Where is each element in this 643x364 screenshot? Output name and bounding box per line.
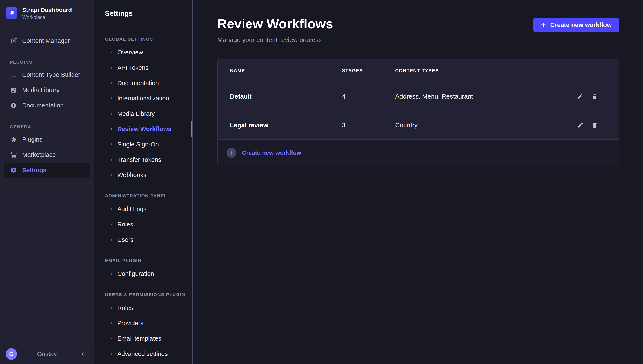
active-indicator xyxy=(191,121,193,137)
subnav-divider xyxy=(105,26,124,26)
sidebar-item-label: Documentation xyxy=(22,102,64,109)
row-actions xyxy=(570,122,606,128)
subnav-item-review-workflows[interactable]: Review Workflows xyxy=(94,121,192,137)
subnav-item-label: Webhooks xyxy=(117,172,146,178)
sidebar-item-marketplace[interactable]: Marketplace xyxy=(0,147,94,163)
subnav-item-users[interactable]: Users xyxy=(94,232,192,247)
sidebar-item-content-type-builder[interactable]: Content-Type Builder xyxy=(0,67,94,82)
delete-button[interactable] xyxy=(592,93,598,100)
table-header-row: NAME STAGES CONTENT TYPES xyxy=(218,60,619,82)
plus-icon xyxy=(540,22,546,28)
bullet-icon xyxy=(110,174,112,176)
subnav-section-global-settings: GLOBAL SETTINGS xyxy=(94,36,192,42)
sidebar-item-documentation[interactable]: Documentation xyxy=(0,98,94,113)
brand-text: Strapi Dashboard Workplace xyxy=(22,6,72,20)
page-title: Review Workflows xyxy=(218,16,333,31)
subnav-item-label: Transfer Tokens xyxy=(117,156,161,163)
brand: Strapi Dashboard Workplace xyxy=(0,0,94,26)
bullet-icon xyxy=(110,113,112,114)
table-row[interactable]: Default 4 Address, Menu, Restaurant xyxy=(218,82,619,111)
edit-button[interactable] xyxy=(577,122,584,128)
settings-subnav: Settings GLOBAL SETTINGS Overview API To… xyxy=(94,0,193,364)
subnav-item-advanced-settings[interactable]: Advanced settings xyxy=(94,346,192,362)
row-actions xyxy=(570,93,606,100)
subnav-item-documentation[interactable]: Documentation xyxy=(94,75,192,91)
sidebar-item-content-manager[interactable]: Content Manager xyxy=(0,33,94,48)
workflows-table: NAME STAGES CONTENT TYPES Default 4 Addr… xyxy=(218,59,619,166)
info-circle-icon xyxy=(10,102,17,109)
create-workflow-footer-button[interactable]: Create new workflow xyxy=(218,140,619,166)
sidebar-section-general: GENERAL xyxy=(0,124,94,130)
main-content: Review Workflows Manage your content rev… xyxy=(193,0,643,364)
subnav-item-label: Providers xyxy=(117,320,144,327)
workflow-content-types: Country xyxy=(395,122,570,129)
sidebar-item-media-library[interactable]: Media Library xyxy=(0,82,94,98)
bullet-icon xyxy=(110,67,112,68)
workflow-stages: 4 xyxy=(342,93,395,100)
subnav-item-label: Configuration xyxy=(117,270,154,277)
column-header-stages: STAGES xyxy=(342,68,395,74)
bullet-icon xyxy=(110,353,112,355)
subnav-item-label: Overview xyxy=(117,49,143,56)
edit-button[interactable] xyxy=(577,93,584,100)
bullet-icon xyxy=(110,144,112,145)
sidebar-item-plugins[interactable]: Plugins xyxy=(0,132,94,147)
trash-icon xyxy=(592,93,598,100)
subnav-item-media-library[interactable]: Media Library xyxy=(94,106,192,121)
subnav-item-label: Roles xyxy=(117,221,133,228)
brand-subtitle: Workplace xyxy=(22,14,72,20)
collapse-sidebar-button[interactable] xyxy=(77,348,89,360)
bullet-icon xyxy=(110,338,112,339)
table-row[interactable]: Legal review 3 Country xyxy=(218,111,619,140)
sidebar-section-plugins: PLUGINS xyxy=(0,60,94,65)
subnav-item-configuration[interactable]: Configuration xyxy=(94,266,192,282)
subnav-item-label: API Tokens xyxy=(117,64,148,71)
create-workflow-button[interactable]: Create new workflow xyxy=(533,18,619,32)
sidebar-item-label: Media Library xyxy=(22,87,60,94)
bullet-icon xyxy=(110,208,112,210)
workflow-stages: 3 xyxy=(342,122,395,129)
subnav-item-email-templates[interactable]: Email templates xyxy=(94,331,192,346)
page-header: Review Workflows Manage your content rev… xyxy=(218,16,619,44)
bullet-icon xyxy=(110,159,112,160)
subnav-section-email-plugin: EMAIL PLUGIN xyxy=(94,258,192,263)
gear-icon xyxy=(10,167,17,174)
subnav-item-audit-logs[interactable]: Audit Logs xyxy=(94,201,192,217)
subnav-item-internationalization[interactable]: Internationalization xyxy=(94,91,192,106)
sidebar-item-label: Plugins xyxy=(22,136,42,143)
sidebar-nav: Content Manager PLUGINS Content-Type Bui… xyxy=(0,26,94,344)
subnav-title: Settings xyxy=(94,9,192,18)
user-name: Gustav xyxy=(17,350,77,358)
subnav-item-webhooks[interactable]: Webhooks xyxy=(94,167,192,183)
subnav-item-providers[interactable]: Providers xyxy=(94,316,192,331)
subnav-item-transfer-tokens[interactable]: Transfer Tokens xyxy=(94,152,192,167)
pencil-icon xyxy=(577,93,584,100)
subnav-item-label: Documentation xyxy=(117,80,159,87)
subnav-item-api-tokens[interactable]: API Tokens xyxy=(94,60,192,75)
subnav-item-label: Advanced settings xyxy=(117,350,168,358)
create-workflow-button-label: Create new workflow xyxy=(550,22,612,28)
subnav-item-roles[interactable]: Roles xyxy=(94,217,192,232)
sidebar-item-label: Marketplace xyxy=(22,151,56,158)
layout-icon xyxy=(10,72,17,78)
column-header-content-types: CONTENT TYPES xyxy=(395,68,570,74)
subnav-item-label: Internationalization xyxy=(117,95,169,102)
subnav-item-single-sign-on[interactable]: Single Sign-On xyxy=(94,137,192,152)
subnav-item-label: Media Library xyxy=(117,110,155,117)
sidebar-item-label: Content Manager xyxy=(22,37,70,44)
workflow-name: Default xyxy=(230,93,342,100)
bullet-icon xyxy=(110,52,112,53)
avatar[interactable]: G xyxy=(6,348,17,360)
subnav-item-overview[interactable]: Overview xyxy=(94,45,192,60)
column-header-name: NAME xyxy=(230,68,342,74)
puzzle-icon xyxy=(10,136,17,143)
subnav-item-label: Email templates xyxy=(117,335,161,342)
delete-button[interactable] xyxy=(592,122,598,128)
main-sidebar: Strapi Dashboard Workplace Content Manag… xyxy=(0,0,94,364)
sidebar-item-settings[interactable]: Settings xyxy=(4,163,90,178)
subnav-item-up-roles[interactable]: Roles xyxy=(94,300,192,316)
subnav-item-label: Users xyxy=(117,236,134,243)
subnav-item-label: Review Workflows xyxy=(117,126,172,132)
sidebar-footer: G Gustav xyxy=(0,344,94,364)
bullet-icon xyxy=(110,224,112,225)
